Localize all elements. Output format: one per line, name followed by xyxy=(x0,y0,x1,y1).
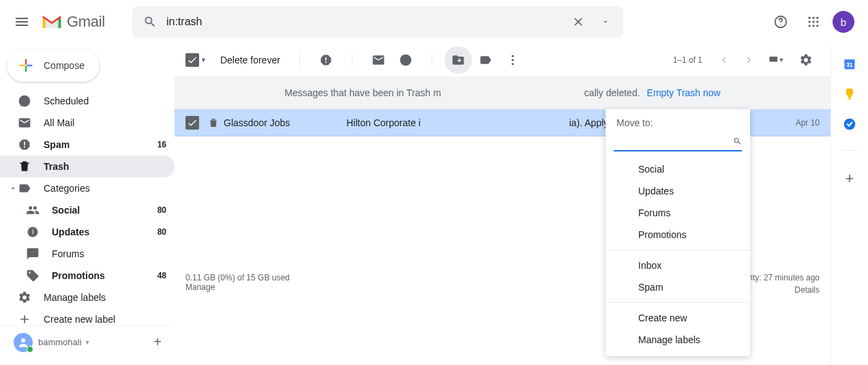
label-icon xyxy=(18,181,31,195)
scheduled-icon xyxy=(18,94,31,108)
next-page-button[interactable] xyxy=(738,49,760,71)
gmail-logo[interactable]: Gmail xyxy=(41,13,105,31)
sidebar-item-updates[interactable]: iUpdates80 xyxy=(0,221,175,243)
hangouts-avatar[interactable] xyxy=(14,333,33,352)
svg-point-5 xyxy=(809,20,811,23)
move-to-create-new[interactable]: Create new xyxy=(605,307,750,329)
clear-search-icon[interactable] xyxy=(565,8,592,35)
report-spam-icon[interactable] xyxy=(312,46,340,74)
allmail-icon xyxy=(18,116,31,130)
search-bar xyxy=(132,6,623,38)
svg-point-14 xyxy=(511,55,513,57)
svg-point-6 xyxy=(812,20,814,23)
mail-checkbox[interactable] xyxy=(185,116,199,130)
manage-storage-link[interactable]: Manage xyxy=(185,282,215,292)
popup-search xyxy=(614,132,742,151)
sidebar-item-all-mail[interactable]: All Mail xyxy=(0,112,175,134)
move-to-social[interactable]: Social xyxy=(605,158,750,180)
compose-label: Compose xyxy=(44,60,85,71)
trash-banner: Messages that have been in Trash m cally… xyxy=(175,76,830,109)
hangouts-bar: bammohali ▼ + xyxy=(0,325,175,358)
chevron-down-icon[interactable]: ▼ xyxy=(85,339,91,346)
gear-icon xyxy=(18,291,31,304)
apps-icon[interactable] xyxy=(800,8,827,35)
search-icon xyxy=(733,135,742,147)
sidebar-item-promotions[interactable]: Promotions48 xyxy=(0,265,175,287)
svg-point-16 xyxy=(511,63,513,65)
snooze-icon[interactable] xyxy=(392,46,419,74)
sidebar-item-forums[interactable]: Forums xyxy=(0,243,175,265)
keep-icon[interactable] xyxy=(843,87,856,101)
sidebar-item-categories[interactable]: Categories xyxy=(18,177,175,199)
prev-page-button[interactable] xyxy=(713,49,735,71)
svg-text:31: 31 xyxy=(846,61,853,68)
promotions-icon xyxy=(26,269,40,282)
sidebar: Compose ScheduledAll MailSpam16TrashCate… xyxy=(0,44,175,365)
move-to-updates[interactable]: Updates xyxy=(605,180,750,202)
tasks-icon[interactable] xyxy=(843,117,856,131)
hangouts-name: bammohali xyxy=(38,337,82,347)
new-conversation-button[interactable]: + xyxy=(147,332,168,353)
settings-icon[interactable] xyxy=(792,46,820,74)
sidebar-item-social[interactable]: Social80 xyxy=(0,199,175,221)
empty-trash-link[interactable]: Empty Trash now xyxy=(647,87,721,98)
get-addons-button[interactable]: + xyxy=(845,170,854,188)
svg-point-1 xyxy=(780,25,781,25)
svg-point-8 xyxy=(809,25,811,27)
trash-icon xyxy=(18,160,31,173)
svg-text:i: i xyxy=(32,228,33,235)
banner-text-tail: cally deleted. xyxy=(584,87,640,98)
sidebar-item-manage-labels[interactable]: Manage labels xyxy=(0,287,175,308)
sidebar-item-trash[interactable]: Trash xyxy=(0,156,175,177)
svg-point-10 xyxy=(816,25,818,27)
svg-point-13 xyxy=(21,338,25,342)
svg-point-9 xyxy=(812,25,814,27)
account-avatar[interactable]: b xyxy=(833,11,854,33)
gmail-icon xyxy=(41,14,63,30)
calendar-icon[interactable]: 31 xyxy=(843,57,856,71)
more-icon[interactable] xyxy=(499,46,526,74)
svg-point-7 xyxy=(816,20,818,23)
delete-forever-button[interactable]: Delete forever xyxy=(220,55,280,65)
search-options-icon[interactable] xyxy=(592,8,619,35)
result-count: 1–1 of 1 xyxy=(673,55,702,65)
compose-button[interactable]: Compose xyxy=(7,49,100,82)
svg-rect-21 xyxy=(848,98,852,100)
logo-text: Gmail xyxy=(67,13,105,31)
move-to-spam[interactable]: Spam xyxy=(605,276,750,298)
popup-search-input[interactable] xyxy=(614,136,733,147)
input-tools-icon[interactable]: ▼ xyxy=(762,46,790,74)
main-pane: ▼ Delete forever 1–1 of 1 ▼ Messages tha… xyxy=(175,44,831,365)
plus-icon xyxy=(18,312,31,326)
popup-title: Move to: xyxy=(605,117,750,132)
updates-icon: i xyxy=(26,225,40,239)
spam-icon xyxy=(18,138,31,151)
header-right: b xyxy=(767,8,863,35)
select-all-checkbox[interactable]: ▼ xyxy=(185,53,207,67)
svg-rect-17 xyxy=(769,57,777,62)
move-to-icon[interactable] xyxy=(445,46,472,74)
search-icon[interactable] xyxy=(136,8,164,35)
move-to-popup: Move to: SocialUpdatesForumsPromotionsIn… xyxy=(605,109,750,356)
search-input[interactable] xyxy=(164,16,565,28)
plus-icon xyxy=(16,56,35,75)
svg-point-2 xyxy=(809,17,811,19)
move-to-promotions[interactable]: Promotions xyxy=(605,224,750,246)
chevron-down-icon[interactable] xyxy=(8,184,18,192)
mark-unread-icon[interactable] xyxy=(365,46,392,74)
mail-date: Apr 10 xyxy=(796,118,820,128)
banner-text-head: Messages that have been in Trash m xyxy=(284,87,441,98)
social-icon xyxy=(26,203,40,217)
sidebar-item-scheduled[interactable]: Scheduled xyxy=(0,90,175,112)
sidebar-item-spam[interactable]: Spam16 xyxy=(0,134,175,156)
move-to-forums[interactable]: Forums xyxy=(605,202,750,224)
side-panel: 31 + xyxy=(831,44,868,365)
svg-point-15 xyxy=(511,59,513,61)
move-to-inbox[interactable]: Inbox xyxy=(605,254,750,276)
move-to-manage-labels[interactable]: Manage labels xyxy=(605,329,750,351)
mail-sender: Glassdoor Jobs xyxy=(224,117,346,128)
labels-icon[interactable] xyxy=(472,46,499,74)
header: Gmail b xyxy=(0,0,868,44)
support-icon[interactable] xyxy=(767,8,794,35)
main-menu-button[interactable] xyxy=(5,5,38,38)
